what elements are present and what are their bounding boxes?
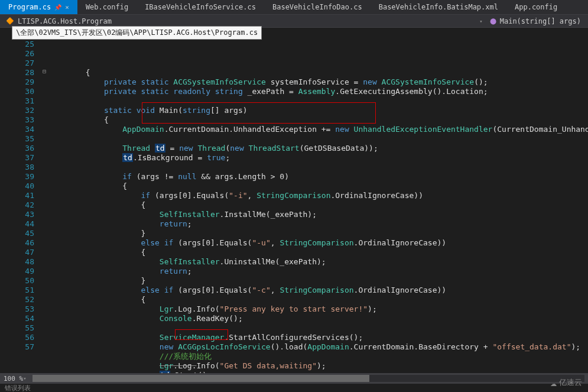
pin-icon[interactable]: 📌 [54, 4, 61, 11]
tab-bar: Program.cs📌× Web.config IBaseVehicleInfo… [0, 0, 588, 15]
tab-batismap[interactable]: BaseVehicleInfo.BatisMap.xml [371, 0, 506, 14]
close-icon[interactable]: × [65, 4, 69, 11]
scroll-thumb[interactable] [33, 375, 369, 382]
tab-base-dao[interactable]: BaseVehicleInfoDao.cs [264, 0, 371, 14]
zoom-level[interactable]: 100 % [4, 375, 23, 383]
watermark: ☁ 亿速云 [550, 376, 582, 388]
zoom-dropdown-icon[interactable]: ▾ [23, 375, 26, 381]
tab-web-config[interactable]: Web.config [77, 0, 137, 14]
code-area[interactable]: { private static ACGSystemInfoService sy… [48, 28, 588, 373]
method-icon: ⬤ [490, 18, 496, 24]
breadcrumb-class[interactable]: LTISP.ACG.Host.Program [18, 17, 112, 25]
line-numbers: 2425262728293031323334353637383940414243… [0, 28, 40, 373]
zoom-bar: 100 % ▾ [0, 373, 588, 384]
tab-app-config[interactable]: App.config [506, 0, 566, 14]
status-bar[interactable]: 错误列表 [0, 384, 588, 392]
class-icon: 🔶 [6, 17, 14, 25]
tab-program-cs[interactable]: Program.cs📌× [0, 0, 77, 14]
editor: 2425262728293031323334353637383940414243… [0, 28, 588, 373]
horizontal-scrollbar[interactable] [33, 375, 584, 382]
breadcrumb-method[interactable]: Main(string[] args) [500, 17, 581, 25]
path-tooltip: \全部\02VMS_ITS\开发区\02编码\APP\LTISP.ACG.Hos… [12, 26, 262, 40]
cloud-icon: ☁ [550, 376, 557, 388]
fold-column: ⊟ [40, 28, 48, 373]
tab-ibase-service[interactable]: IBaseVehicleInfoService.cs [137, 0, 264, 14]
